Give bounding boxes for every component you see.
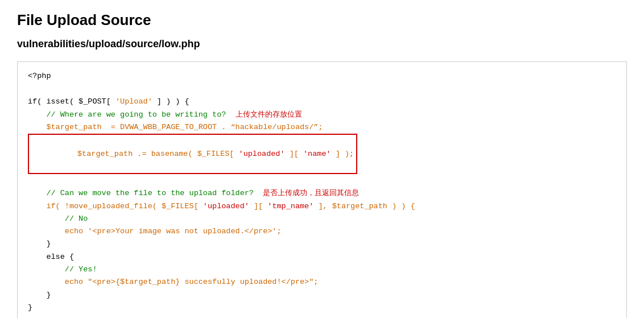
code-line: // Can we move the file to the upload fo… (28, 187, 616, 200)
code-line: if( isset( $_POST[ 'Upload' ] ) ) { (28, 96, 616, 108)
highlighted-code-line: $target_path .= basename( $_FILES[ 'uplo… (28, 134, 616, 174)
code-line: echo "<pre>{$target_path} succesfully up… (28, 276, 616, 288)
page-title: File Upload Source (17, 11, 627, 29)
code-line: // Yes! (28, 263, 616, 276)
code-line: } (28, 302, 616, 314)
code-line: } (28, 238, 616, 250)
code-line: echo '<pre>Your image was not uploaded.<… (28, 225, 616, 238)
blank-line (28, 314, 616, 318)
file-path: vulnerabilities/upload/source/low.php (17, 38, 627, 50)
code-line: // Where are we going to be writing to? … (28, 108, 616, 121)
code-line: $target_path = DVWA_WBB_PAGE_TO_ROOT . “… (28, 121, 616, 134)
code-line: } (28, 289, 616, 302)
blank-line (28, 174, 616, 187)
code-line: else { (28, 251, 616, 263)
blank-line (28, 82, 616, 95)
code-line: <?php (28, 70, 616, 82)
code-line: if( !move_uploaded_file( $_FILES[ 'uploa… (28, 200, 616, 213)
code-block: <?php if( isset( $_POST[ 'Upload' ] ) ) … (17, 61, 627, 318)
code-line: // No (28, 213, 616, 225)
